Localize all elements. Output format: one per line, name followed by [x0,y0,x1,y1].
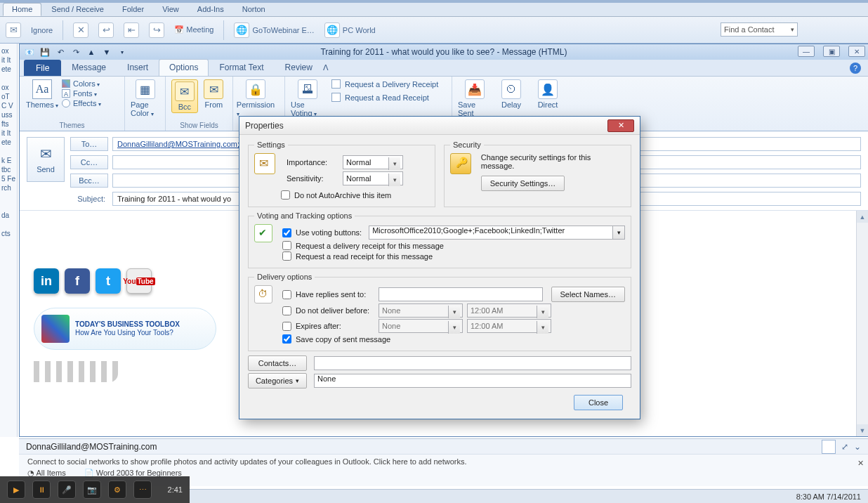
bcc-button[interactable]: Bcc… [70,174,108,188]
tab-home[interactable]: Home [3,3,41,16]
voting-icon [254,224,272,242]
webcam-button[interactable]: 📷 [83,481,101,499]
use-voting-button[interactable]: 🗳Use Voting [291,79,324,117]
pause-button[interactable]: ⏸ [32,481,51,499]
permission-button[interactable]: 🔒Permission [239,79,272,117]
qat-redo-icon[interactable]: ↷ [70,46,81,58]
new-mail-icon[interactable]: ✉ [6,22,21,38]
save-copy-checkbox[interactable] [282,334,291,344]
help-icon[interactable]: ? [850,63,861,74]
compose-tab-file[interactable]: File [24,60,61,76]
send-button[interactable]: ✉ Send [27,137,65,182]
not-before-time[interactable]: 12:00 AM [467,303,551,318]
outlook-tabs: Home Send / Receive Folder View Add-Ins … [0,3,868,17]
twitter-icon[interactable]: t [96,268,121,294]
meeting-button[interactable]: 📅 Meeting [174,25,213,34]
body-scrollbar[interactable]: ▲ ▼ [856,211,868,436]
req-delivery-checkbox[interactable]: Request a Delivery Receipt [331,79,438,89]
colors-menu[interactable]: Colors [62,79,101,88]
play-button[interactable]: ▶ [7,481,25,499]
mic-button[interactable]: 🎤 [58,481,76,499]
bookmark-2[interactable]: PC World [343,26,376,34]
expires-time[interactable]: 12:00 AM [467,319,551,333]
contacts-button[interactable]: Contacts… [248,355,307,371]
dialog-close-button[interactable]: ✕ [607,119,634,132]
categories-field[interactable]: None [314,374,631,388]
have-replies-field[interactable] [379,287,543,301]
use-voting-checkbox[interactable] [282,228,291,237]
have-replies-checkbox[interactable] [282,290,291,299]
reply-icon[interactable]: ↩ [98,22,114,38]
qat-more-icon[interactable]: ▾ [117,46,128,58]
qat-save-icon[interactable]: 💾 [39,46,51,58]
expand-icon[interactable]: ⤢ [841,442,848,452]
collapse-icon[interactable]: ⌄ [854,442,861,452]
tab-send-receive[interactable]: Send / Receive [43,4,112,15]
maximize-button[interactable]: ▣ [823,46,840,57]
ignore-button[interactable]: Ignore [31,26,53,34]
bcc-icon: ✉ [175,81,195,101]
tab-norton[interactable]: Norton [234,4,274,15]
to-button[interactable]: To… [70,137,108,151]
delay-icon: ⏲ [501,79,521,99]
compose-tab-options[interactable]: Options [159,59,209,76]
more-button[interactable]: ⋯ [133,481,152,499]
save-sent-button[interactable]: 📥Save Sent [458,79,492,117]
themes-button[interactable]: Aa Themes [25,79,59,109]
subject-label: Subject: [70,195,108,203]
direct-button[interactable]: 👤Direct [531,79,565,109]
tab-view[interactable]: View [154,4,188,15]
close-window-button[interactable]: ✕ [848,46,865,57]
req-delivery-receipt-checkbox[interactable] [282,241,291,250]
voting-buttons-combo[interactable]: MicrosoftOffice2010;Google+;Facebook;Lin… [369,226,625,240]
compose-tab-insert[interactable]: Insert [117,59,159,76]
dismiss-social-icon[interactable]: ✕ [857,459,864,468]
contact-photo-icon[interactable] [822,440,836,454]
scroll-down-icon[interactable]: ▼ [857,424,868,436]
security-settings-button[interactable]: Security Settings… [481,176,565,191]
bookmark-1[interactable]: GoToWebinar E… [252,26,314,34]
categories-button[interactable]: Categories [248,373,307,388]
qat-outlook-icon[interactable]: 📧 [24,46,35,58]
connect-networks-text[interactable]: Connect to social networks to show profi… [27,457,860,466]
effects-menu[interactable]: Effects [62,99,101,107]
expires-checkbox[interactable] [282,322,291,331]
compose-tab-format[interactable]: Format Text [209,59,274,76]
no-autoarchive-checkbox[interactable] [281,190,290,200]
sensitivity-combo[interactable]: Normal [343,171,403,185]
properties-dialog: Properties ✕ Settings Importance:Normal … [239,116,640,419]
ribbon-collapse-icon[interactable]: ᐱ [323,63,329,72]
from-button[interactable]: ✉From [201,79,227,109]
linkedin-icon[interactable]: in [34,268,59,294]
minimize-button[interactable]: — [798,46,815,57]
compose-tab-message[interactable]: Message [61,59,117,76]
tab-addins[interactable]: Add-Ins [189,4,232,15]
compose-tab-review[interactable]: Review [275,59,323,76]
not-before-checkbox[interactable] [282,306,291,315]
req-read-checkbox[interactable]: Request a Read Receipt [331,93,438,102]
fonts-menu[interactable]: AFonts [62,89,101,98]
scroll-up-icon[interactable]: ▲ [857,211,868,223]
qat-next-icon[interactable]: ▼ [101,46,112,58]
qat-undo-icon[interactable]: ↶ [55,46,66,58]
cc-button[interactable]: Cc… [70,155,108,169]
page-color-button[interactable]: ▦Page Color [131,79,159,117]
delete-icon[interactable]: ✕ [73,22,88,38]
qat-prev-icon[interactable]: ▲ [86,46,97,58]
select-names-button[interactable]: Select Names… [551,287,625,302]
facebook-icon[interactable]: f [65,268,90,294]
contacts-field[interactable] [314,356,631,370]
find-contact-input[interactable]: Find a Contact [721,22,798,37]
forward-icon[interactable]: ↪ [149,22,164,38]
youtube-icon[interactable]: YouTube [126,268,152,294]
expires-date[interactable]: None [379,319,463,333]
bcc-button[interactable]: ✉Bcc [171,79,198,113]
reply-all-icon[interactable]: ⇤ [124,22,139,38]
importance-combo[interactable]: Normal [343,155,403,169]
tab-folder[interactable]: Folder [114,4,152,15]
close-button[interactable]: Close [574,395,623,410]
req-read-receipt-checkbox[interactable] [282,252,291,261]
delay-button[interactable]: ⏲Delay [494,79,528,109]
tools-button[interactable]: ⚙ [108,481,126,499]
not-before-date[interactable]: None [379,303,463,318]
